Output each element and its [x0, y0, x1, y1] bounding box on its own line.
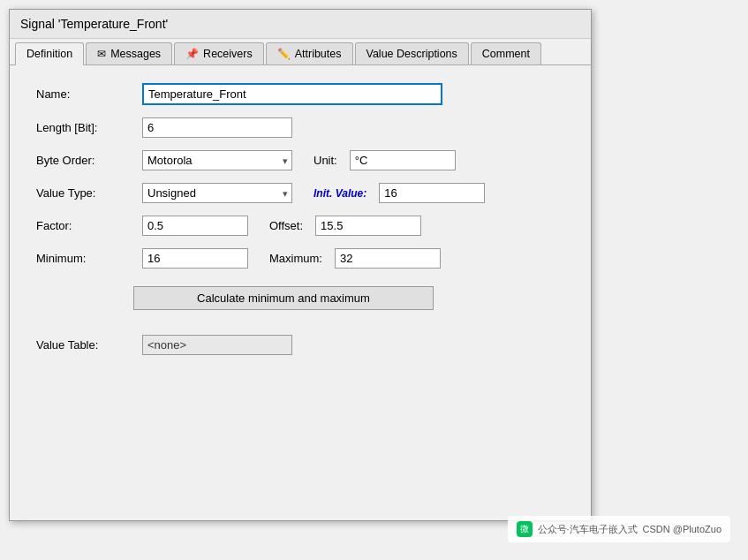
- form-content: Name: Length [Bit]: Byte Order: Motorola…: [10, 65, 591, 385]
- tab-comment[interactable]: Comment: [471, 42, 541, 64]
- dialog-title: Signal 'Temperature_Front': [10, 10, 591, 39]
- offset-input[interactable]: [315, 216, 421, 236]
- valuetype-select[interactable]: Unsigned Signed Float Double: [142, 183, 292, 203]
- name-input[interactable]: [142, 83, 442, 105]
- maximum-input[interactable]: [335, 248, 441, 269]
- tab-bar: Definition ✉ Messages 📌 Receivers ✏️ Att…: [10, 39, 591, 65]
- messages-icon: ✉: [97, 48, 106, 60]
- calculate-row: Calculate minimum and maximum: [36, 281, 564, 322]
- name-row: Name:: [36, 83, 564, 105]
- length-row: Length [Bit]:: [36, 117, 564, 138]
- calculate-button[interactable]: Calculate minimum and maximum: [133, 286, 434, 310]
- name-label: Name:: [36, 87, 133, 101]
- factor-label: Factor:: [36, 219, 133, 232]
- signal-dialog: Signal 'Temperature_Front' Definition ✉ …: [9, 9, 592, 521]
- watermark-platform: 公众号·汽车电子嵌入式: [538, 523, 638, 536]
- valuetype-row: Value Type: Unsigned Signed Float Double…: [36, 183, 564, 203]
- tab-definition-label: Definition: [26, 48, 72, 60]
- tab-receivers[interactable]: 📌 Receivers: [174, 42, 264, 64]
- byteorder-row: Byte Order: Motorola Intel Unit:: [36, 150, 564, 170]
- watermark: 微 公众号·汽车电子嵌入式 CSDN @PlutoZuo: [508, 516, 730, 542]
- wechat-icon: 微: [517, 521, 533, 537]
- byteorder-label: Byte Order:: [36, 154, 133, 167]
- length-input[interactable]: [142, 117, 292, 138]
- minmax-row: Minimum: Maximum:: [36, 248, 564, 269]
- minimum-label: Minimum:: [36, 252, 133, 265]
- maximum-label: Maximum:: [269, 252, 322, 265]
- init-value-link[interactable]: Init. Value:: [314, 187, 366, 200]
- valuetype-label: Value Type:: [36, 186, 133, 200]
- byteorder-select[interactable]: Motorola Intel: [142, 150, 292, 170]
- unit-label: Unit:: [314, 154, 337, 167]
- unit-input[interactable]: [350, 150, 456, 170]
- tab-messages-label: Messages: [110, 48, 161, 60]
- tab-receivers-label: Receivers: [203, 48, 253, 60]
- tab-value-descriptions-label: Value Descriptions: [366, 48, 457, 60]
- valuetype-select-wrapper: Unsigned Signed Float Double: [142, 183, 292, 203]
- receivers-icon: 📌: [185, 48, 199, 60]
- tab-comment-label: Comment: [482, 48, 530, 60]
- valuetable-input[interactable]: [142, 335, 292, 355]
- byteorder-select-wrapper: Motorola Intel: [142, 150, 292, 170]
- tab-attributes[interactable]: ✏️ Attributes: [266, 42, 353, 64]
- tab-messages[interactable]: ✉ Messages: [86, 42, 172, 64]
- tab-definition[interactable]: Definition: [15, 42, 84, 65]
- attributes-icon: ✏️: [277, 48, 291, 60]
- offset-label: Offset:: [269, 219, 303, 232]
- minimum-input[interactable]: [142, 248, 248, 269]
- tab-attributes-label: Attributes: [295, 48, 342, 60]
- valuetable-label: Value Table:: [36, 338, 133, 352]
- factor-input[interactable]: [142, 216, 248, 236]
- valuetable-row: Value Table:: [36, 335, 564, 355]
- tab-value-descriptions[interactable]: Value Descriptions: [355, 42, 469, 64]
- watermark-source: CSDN @PlutoZuo: [643, 524, 722, 534]
- length-label: Length [Bit]:: [36, 121, 133, 134]
- init-value-input[interactable]: [379, 183, 485, 203]
- factor-row: Factor: Offset:: [36, 216, 564, 236]
